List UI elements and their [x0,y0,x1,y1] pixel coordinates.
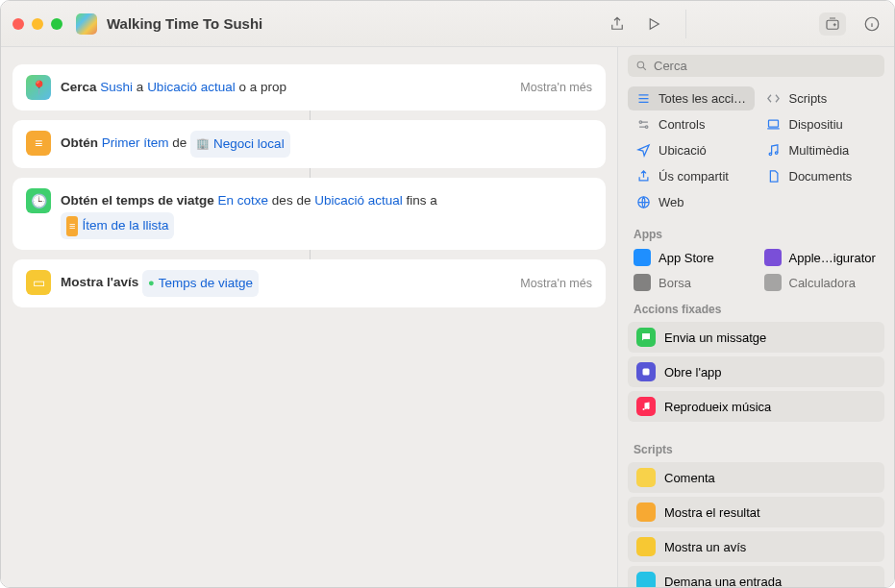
pinned-section-header: Accions fixades [618,295,894,320]
category-web[interactable]: Web [628,190,755,214]
search-icon [635,60,648,72]
alert-icon: ▭ [26,270,51,295]
category-grid: Totes les acci… Scripts Controls Disposi… [618,83,894,220]
window-controls [12,18,62,30]
action-show-alert[interactable]: ▭ Mostra l'avís ●Temps de viatge Mostra'… [12,259,606,307]
category-documents[interactable]: Documents [758,164,885,188]
apps-grid: App Store Apple…igurator Borsa Calculado… [618,245,894,295]
info-button[interactable] [861,13,883,35]
svg-point-2 [637,61,644,68]
svg-rect-9 [643,369,650,376]
action-library-sidebar: Totes les acci… Scripts Controls Disposi… [617,47,894,587]
svg-point-6 [769,153,772,156]
shortcut-title: Walking Time To Sushi [107,15,607,32]
action-search-maps[interactable]: 📍 Cerca Sushi a Ubicació actual o a prop… [12,64,606,110]
run-button[interactable] [643,13,664,35]
minimize-window-icon[interactable] [32,18,43,30]
category-controls[interactable]: Controls [628,112,755,136]
script-ask-input[interactable]: Demana una entrada [628,566,884,587]
action-text: Obtén Primer ítem de 🏢Negoci local [61,131,592,158]
shortcuts-app-icon [76,13,97,35]
action-get-travel-time[interactable]: 🕒 Obtén el temps de viatge En cotxe des … [12,178,606,250]
app-appstore[interactable]: App Store [628,245,755,270]
svg-rect-0 [827,20,838,29]
share-button[interactable] [607,13,628,35]
titlebar: Walking Time To Sushi [1,1,894,47]
list-icon: ≡ [26,131,51,156]
apps-section-header: Apps [618,220,894,245]
category-sharing[interactable]: Ús compartit [628,164,755,188]
category-location[interactable]: Ubicació [628,138,755,162]
script-show-result[interactable]: Mostra el resultat [628,497,884,527]
category-device[interactable]: Dispositiu [758,112,885,136]
action-text: Mostra l'avís ●Temps de viatge [61,270,510,297]
pinned-play-music[interactable]: Reprodueix música [628,391,884,422]
pinned-send-message[interactable]: Envia un missatge [628,322,884,353]
svg-rect-5 [769,120,779,127]
app-configurator[interactable]: Apple…igurator [758,245,885,270]
category-all-actions[interactable]: Totes les acci… [628,86,755,110]
script-show-alert[interactable]: Mostra un avís [628,531,884,562]
workflow-editor[interactable]: 📍 Cerca Sushi a Ubicació actual o a prop… [1,47,617,587]
maps-icon: 📍 [26,75,51,100]
close-window-icon[interactable] [12,18,24,30]
show-more-button[interactable]: Mostra'n més [520,277,592,290]
svg-point-7 [775,152,778,155]
search-field[interactable] [628,55,884,77]
script-comment[interactable]: Comenta [628,462,884,493]
app-calculator[interactable]: Calculadora [758,270,885,295]
search-input[interactable] [654,59,877,73]
svg-point-4 [645,126,648,129]
pinned-list: Envia un missatge Obre l'app Reprodueix … [618,320,894,435]
show-more-button[interactable]: Mostra'n més [520,81,592,94]
app-stocks[interactable]: Borsa [628,270,755,295]
svg-point-10 [643,408,645,410]
pinned-open-app[interactable]: Obre l'app [628,356,884,387]
category-media[interactable]: Multimèdia [758,138,885,162]
svg-point-11 [648,407,650,409]
action-text: Cerca Sushi a Ubicació actual o a prop [61,75,510,100]
scripts-list: Comenta Mostra el resultat Mostra un aví… [618,460,894,587]
clock-icon: 🕒 [26,188,51,213]
svg-point-3 [639,121,642,124]
titlebar-divider [685,10,686,38]
shortcuts-editor-window: Walking Time To Sushi 📍 Cerca [0,0,895,588]
action-get-item[interactable]: ≡ Obtén Primer ítem de 🏢Negoci local [12,120,606,168]
category-scripts[interactable]: Scripts [758,86,885,110]
scripts-section-header: Scripts [618,435,894,460]
action-text: Obtén el temps de viatge En cotxe des de… [61,188,592,239]
library-toggle-button[interactable] [819,12,846,36]
zoom-window-icon[interactable] [51,18,62,30]
